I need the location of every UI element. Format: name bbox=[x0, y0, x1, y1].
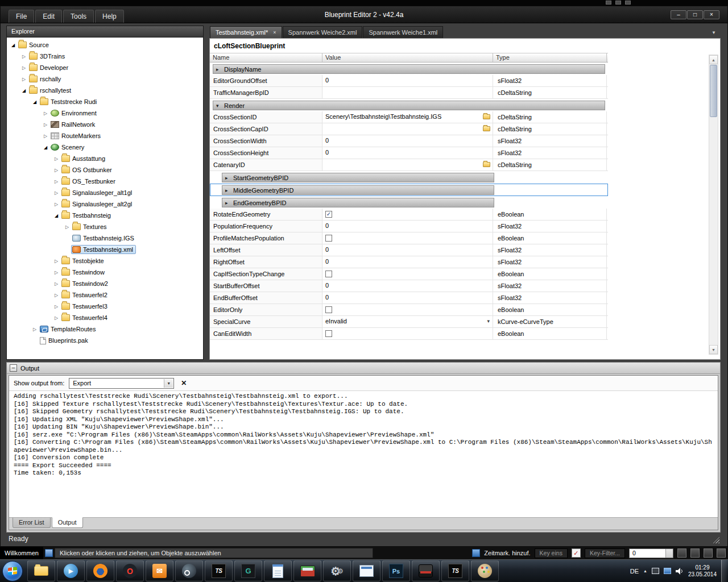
value-leftoffset[interactable]: 0 bbox=[322, 244, 493, 256]
checkbox[interactable] bbox=[325, 330, 332, 337]
resize-grip[interactable] bbox=[713, 537, 719, 543]
tree-item-testwuerfel2[interactable]: ▷Testwuerfel2 bbox=[7, 289, 203, 301]
taskbar-g-app[interactable]: G bbox=[234, 560, 262, 581]
value-catenaryid[interactable] bbox=[322, 159, 493, 171]
collapse-output-button[interactable] bbox=[10, 364, 17, 372]
value-rightoffset[interactable]: 0 bbox=[322, 256, 493, 268]
tree-item-testwindow[interactable]: ▷Testwindow bbox=[7, 267, 203, 278]
background-start-button[interactable]: Willkommen bbox=[0, 547, 43, 559]
taskbar-paint-palette-app[interactable] bbox=[471, 560, 499, 581]
menu-edit[interactable]: Edit bbox=[35, 10, 62, 23]
column-header-name[interactable]: Name bbox=[210, 53, 322, 62]
scrollbar-thumb[interactable] bbox=[710, 65, 717, 117]
background-toolbar-icon[interactable] bbox=[690, 548, 700, 558]
expander-icon[interactable]: ▷ bbox=[20, 65, 28, 70]
expander-icon[interactable]: ◢ bbox=[52, 213, 60, 218]
output-source-dropdown[interactable]: Export bbox=[69, 378, 174, 389]
taskbar-windows-explorer[interactable] bbox=[27, 560, 55, 581]
tree-item-testwindow2[interactable]: ▷Testwindow2 bbox=[7, 278, 203, 289]
tab-spannwerk-weiche1-xml[interactable]: Spannwerk Weiche1.xml bbox=[363, 26, 443, 38]
tree-item-os-testbunker[interactable]: ▷OS_Testbunker bbox=[7, 176, 203, 187]
tree-item-testwuerfel3[interactable]: ▷Testwuerfel3 bbox=[7, 301, 203, 312]
key-eins-field[interactable]: Key eins bbox=[535, 548, 568, 558]
value-editorgroundoffset[interactable]: 0 bbox=[322, 75, 493, 86]
volume-icon[interactable] bbox=[676, 568, 684, 575]
tray-app-icon[interactable] bbox=[664, 568, 671, 574]
expander-icon[interactable]: ▷ bbox=[20, 77, 28, 82]
expander-icon[interactable]: ▷ bbox=[52, 304, 60, 309]
tree-item-rschally[interactable]: ▷rschally bbox=[7, 73, 203, 85]
taskbar-train-simulator-2[interactable]: TS bbox=[441, 560, 469, 581]
expander-icon[interactable]: ▷ bbox=[52, 315, 60, 321]
expander-icon[interactable]: ▷ bbox=[52, 270, 60, 275]
tab-list-dropdown-icon[interactable] bbox=[712, 30, 716, 35]
show-desktop-button[interactable] bbox=[721, 560, 727, 582]
expander-icon[interactable]: ▷ bbox=[52, 293, 60, 298]
checkbox[interactable] bbox=[325, 306, 332, 313]
timeline-icon[interactable] bbox=[472, 549, 480, 557]
tab-error-list[interactable]: Error List bbox=[13, 518, 51, 528]
taskbar-outlook[interactable] bbox=[146, 560, 173, 581]
tree-item-developer[interactable]: ▷Developer bbox=[7, 62, 203, 73]
expander-icon[interactable]: ▷ bbox=[52, 202, 60, 207]
checkbox[interactable] bbox=[325, 271, 332, 277]
scroll-down-icon[interactable] bbox=[709, 345, 718, 354]
value-profilematchespopulation[interactable] bbox=[322, 232, 493, 244]
tree-item-railnetwork[interactable]: ▷RailNetwork bbox=[7, 119, 203, 130]
tree-item-ausstattung[interactable]: ▷Ausstattung bbox=[7, 153, 203, 164]
titlebar[interactable]: File Edit Tools Help Blueprint Editor 2 … bbox=[1, 6, 727, 23]
tree-item-rschallytest[interactable]: ◢rschallytest bbox=[7, 85, 203, 96]
tree-item-teststrecke-rudi[interactable]: ◢Teststrecke Rudi bbox=[7, 96, 203, 107]
add-timemark-label[interactable]: Zeitmark. hinzuf. bbox=[484, 550, 530, 556]
browse-folder-icon[interactable] bbox=[483, 162, 490, 167]
tree-item-blueprints-pak[interactable]: Blueprints.pak bbox=[7, 335, 203, 346]
minimize-button[interactable] bbox=[671, 10, 686, 19]
value-startbufferoffset[interactable]: 0 bbox=[322, 280, 493, 292]
tree-item-testwuerfel4[interactable]: ▷Testwuerfel4 bbox=[7, 312, 203, 323]
maximize-button[interactable] bbox=[687, 10, 703, 19]
tree-item-signalausleger-alt2gl[interactable]: ▷Signalausleger_alt2gl bbox=[7, 198, 203, 210]
expander-icon[interactable]: ▷ bbox=[42, 122, 49, 127]
taskbar-steam[interactable] bbox=[175, 560, 203, 581]
tab-output[interactable]: Output bbox=[52, 517, 83, 528]
menu-file[interactable]: File bbox=[9, 10, 34, 23]
taskbar-locomotive-app[interactable] bbox=[412, 560, 440, 581]
value-populationfrequency[interactable]: 0 bbox=[322, 221, 493, 232]
language-indicator[interactable]: DE bbox=[630, 568, 639, 575]
tree-item-environment[interactable]: ▷Environment bbox=[7, 107, 203, 119]
checkbox[interactable]: ✓ bbox=[325, 211, 332, 218]
group-header-render[interactable]: ▾Render bbox=[213, 101, 605, 110]
taskbar-gears-app[interactable] bbox=[323, 560, 351, 581]
menu-help[interactable]: Help bbox=[95, 10, 124, 23]
dropdown-arrow-icon[interactable]: ▾ bbox=[487, 318, 490, 324]
tree-item-source[interactable]: ◢Source bbox=[7, 39, 203, 51]
background-toolbar-icon[interactable] bbox=[677, 548, 686, 558]
expander-icon[interactable]: ◢ bbox=[20, 88, 28, 93]
close-tab-icon[interactable] bbox=[273, 30, 276, 35]
tree-item-testbahnsteig[interactable]: ◢Testbahnsteig bbox=[7, 210, 203, 221]
tab-testbahnsteig-xml[interactable]: Testbahnsteig.xml* bbox=[210, 26, 282, 38]
taskbar-opera[interactable]: O bbox=[116, 560, 144, 581]
tree-item-templateroutes[interactable]: ▷TemplateRoutes bbox=[7, 323, 203, 335]
close-button[interactable] bbox=[704, 10, 719, 19]
hidden-icons-chevron[interactable] bbox=[643, 569, 647, 573]
tree-item-textures[interactable]: ▷Textures bbox=[7, 221, 203, 232]
expander-icon[interactable]: ▾ bbox=[216, 103, 221, 109]
expander-icon[interactable]: ▸ bbox=[225, 175, 230, 181]
taskbar-windows-media-player[interactable] bbox=[57, 560, 85, 581]
taskbar-notepad[interactable] bbox=[264, 560, 292, 581]
expander-icon[interactable]: ▷ bbox=[52, 156, 60, 161]
taskbar-train-simulator[interactable]: TS bbox=[205, 560, 233, 581]
key-spinner[interactable]: 0 bbox=[629, 548, 673, 558]
expander-icon[interactable]: ◢ bbox=[42, 145, 49, 150]
expander-icon[interactable]: ▷ bbox=[42, 134, 49, 139]
tray-display-icon[interactable] bbox=[652, 568, 659, 574]
menu-tools[interactable]: Tools bbox=[63, 10, 94, 23]
expander-icon[interactable]: ▷ bbox=[42, 111, 49, 116]
tree-item-testbahnsteig-igs[interactable]: Testbahnsteig.IGS bbox=[7, 232, 203, 244]
value-crosssectionid[interactable]: Scenery\Testbahnsteig\Testbahnsteig.IGS bbox=[322, 111, 493, 123]
column-header-value[interactable]: Value bbox=[322, 53, 493, 62]
expander-icon[interactable]: ▷ bbox=[31, 327, 39, 332]
value-specialcurve[interactable]: eInvalid▾ bbox=[322, 316, 493, 327]
background-toolbar-icon[interactable] bbox=[704, 548, 713, 558]
